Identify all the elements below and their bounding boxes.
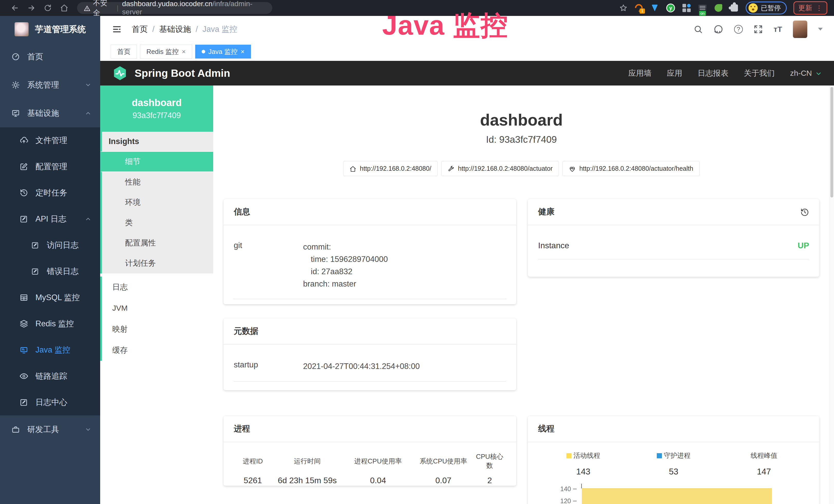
update-button[interactable]: 更新 ⋮ — [793, 1, 827, 15]
page-subtitle: Id: 93a3fc7f7409 — [213, 134, 830, 145]
profile-chip[interactable]: 已暂停 — [746, 2, 787, 15]
sidebar-item-infra[interactable]: 基础设施 — [0, 99, 100, 127]
locale-label: zh-CN — [790, 69, 812, 77]
col-pid: 进程ID — [234, 450, 272, 475]
actuator-url-button[interactable]: http://192.168.0.2:48080/actuator — [441, 161, 559, 176]
sidebar-item-home[interactable]: 首页 — [0, 43, 100, 71]
fullscreen-icon[interactable] — [753, 25, 763, 34]
github-icon[interactable] — [714, 24, 723, 34]
instance-header[interactable]: dashboard 93a3fc7f7409 — [100, 86, 213, 132]
menu-dots-icon[interactable]: ⋮ — [816, 4, 822, 12]
chart-axis — [581, 484, 582, 488]
sba-nav-about[interactable]: 关于我们 — [744, 68, 775, 78]
extension-pin-icon[interactable] — [650, 3, 659, 13]
sidebar-item-java-monitor[interactable]: Java 监控 — [0, 337, 100, 363]
sba-sidebar-group2: 日志 JVM 映射 缓存 — [100, 276, 213, 361]
extension-list-icon[interactable]: on — [698, 3, 707, 13]
sba-item-jvm[interactable]: JVM — [100, 298, 213, 319]
sidebar-item-jobs[interactable]: 定时任务 — [0, 180, 100, 206]
extension-leaf-icon[interactable] — [714, 3, 723, 13]
sba-item-mappings[interactable]: 映射 — [100, 319, 213, 340]
wrench-icon — [448, 165, 454, 172]
sidebar-item-log-center[interactable]: 日志中心 — [0, 389, 100, 415]
service-url-button[interactable]: http://192.168.0.2:48080/ — [343, 161, 438, 176]
sba-item-caches[interactable]: 缓存 — [100, 340, 213, 361]
breadcrumb-section[interactable]: 基础设施 — [159, 24, 191, 35]
sidebar-item-label: Java 监控 — [36, 345, 70, 356]
sba-nav-wallboard[interactable]: 应用墙 — [628, 68, 651, 78]
back-icon[interactable] — [7, 2, 23, 14]
close-icon[interactable]: × — [182, 48, 186, 56]
extension-colab-icon[interactable]: 1 — [634, 3, 643, 13]
sidebar-item-tracing[interactable]: 链路追踪 — [0, 363, 100, 389]
admin-brand: 芋道管理系统 — [35, 24, 86, 35]
sidebar-item-config[interactable]: 配置管理 — [0, 154, 100, 180]
scrollbar-thumb[interactable] — [830, 87, 833, 198]
sidebar-item-files[interactable]: 文件管理 — [0, 127, 100, 154]
locale-select[interactable]: zh-CN — [790, 69, 822, 77]
sba-nav-applications[interactable]: 应用 — [667, 68, 682, 78]
sba-item-classes[interactable]: 类 — [100, 212, 213, 233]
sidebar-item-system[interactable]: 系统管理 — [0, 71, 100, 99]
security-warning[interactable]: 不安全 — [84, 0, 113, 18]
sidebar-item-label: 访问日志 — [47, 240, 79, 251]
sba-nav-journal[interactable]: 日志报表 — [698, 68, 728, 78]
bookmark-star-icon[interactable] — [619, 4, 628, 12]
tab-java-monitor[interactable]: Java 监控× — [195, 45, 251, 59]
daemon-threads-value: 53 — [629, 467, 719, 477]
threads-chart: 140 120 100 — [538, 485, 809, 504]
reload-icon[interactable] — [40, 2, 56, 14]
search-icon[interactable] — [694, 25, 703, 34]
extension-y-icon[interactable]: y — [666, 3, 675, 13]
breadcrumb-home[interactable]: 首页 — [132, 24, 148, 35]
admin-logo[interactable]: 芋道管理系统 — [0, 16, 100, 43]
sba-item-details[interactable]: 细节 — [100, 152, 213, 172]
sba-brand[interactable]: Spring Boot Admin — [135, 67, 230, 79]
sidebar-item-label: Redis 监控 — [36, 318, 74, 329]
git-key: git — [234, 241, 303, 290]
sba-item-logging[interactable]: 日志 — [100, 276, 213, 298]
sba-item-scheduledtasks[interactable]: 计划任务 — [100, 253, 213, 273]
tab-home[interactable]: 首页 — [111, 45, 137, 59]
sidebar-item-redis[interactable]: Redis 监控 — [0, 311, 100, 337]
threads-card: 线程 活动线程 143 守护进程 53 线程峰值 147 — [528, 416, 819, 504]
tab-redis-monitor[interactable]: Redis 监控× — [140, 45, 192, 59]
extension-puzzle-icon[interactable] — [730, 3, 739, 13]
system-cpu-value: 0.07 — [414, 475, 474, 486]
font-size-icon[interactable]: тT — [774, 25, 782, 33]
edit-icon — [31, 241, 40, 249]
extension-grid-icon[interactable] — [682, 3, 691, 13]
infra-submenu: 文件管理 配置管理 定时任务 API 日志 访问日志 错误日志 — [0, 127, 100, 415]
caret-down-icon[interactable] — [818, 28, 823, 30]
profile-avatar-icon — [748, 3, 758, 13]
sidebar-item-access-log[interactable]: 访问日志 — [0, 232, 100, 258]
sidebar-item-api-log[interactable]: API 日志 — [0, 206, 100, 232]
health-url-button[interactable]: http://192.168.0.2:48080/actuator/health — [563, 161, 699, 176]
sba-item-environment[interactable]: 环境 — [100, 192, 213, 212]
breadcrumb-separator: / — [196, 25, 198, 34]
help-icon[interactable]: ? — [734, 25, 743, 33]
address-bar[interactable]: 不安全 | dashboard.yudao.iocoder.cn/infra/a… — [77, 2, 272, 14]
scrollbar[interactable] — [830, 86, 834, 504]
startup-key: startup — [234, 360, 303, 372]
sba-item-configprops[interactable]: 配置属性 — [100, 233, 213, 253]
close-icon[interactable]: × — [241, 48, 244, 56]
user-avatar[interactable] — [793, 21, 807, 38]
edit-icon — [31, 268, 40, 275]
legend-label: 守护进程 — [664, 451, 691, 460]
sidebar-item-error-log[interactable]: 错误日志 — [0, 258, 100, 284]
chart-plot-area — [581, 485, 772, 504]
process-header-row: 进程ID 运行时间 进程CPU使用率 系统CPU使用率 CPU核心数 — [234, 450, 506, 475]
collapse-menu-icon[interactable] — [112, 24, 122, 35]
url-separator: | — [117, 4, 119, 12]
sba-main: dashboard Id: 93a3fc7f7409 http://192.16… — [213, 86, 830, 504]
history-icon — [20, 189, 28, 197]
instance-label: Instance — [538, 241, 569, 250]
sba-item-metrics[interactable]: 性能 — [100, 172, 213, 192]
sidebar-item-devtools[interactable]: 研发工具 — [0, 415, 100, 444]
home-icon[interactable] — [56, 2, 72, 14]
sidebar-item-mysql[interactable]: MySQL 监控 — [0, 284, 100, 311]
browser-right-cluster: 1 y on 已暂停 更新 ⋮ — [619, 1, 827, 15]
history-icon[interactable] — [800, 207, 809, 217]
forward-icon[interactable] — [23, 2, 40, 14]
